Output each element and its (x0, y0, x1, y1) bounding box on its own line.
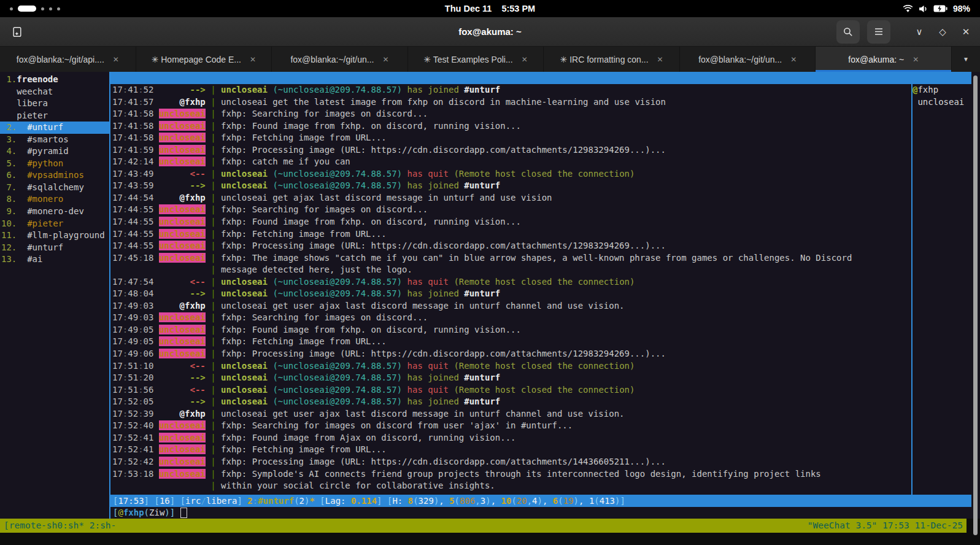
buffer-item[interactable]: weechat (0, 86, 109, 98)
text-token (153, 444, 158, 454)
chat-line: 17:49:03 @fxhp | uncloseai get user ajax… (112, 300, 911, 312)
input-bar[interactable]: [@fxhp(Ziw)] (110, 507, 971, 519)
timestamp: : (138, 121, 143, 131)
nicklist: @fxhp uncloseai (912, 84, 971, 495)
timestamp: 51 (128, 385, 138, 395)
buffer-item[interactable]: 11. #llm-playground (0, 230, 109, 242)
workspace-indicator[interactable] (10, 6, 60, 12)
nick-prefix: uncloseai (159, 145, 206, 155)
buffer-item[interactable]: 13. #ai (0, 253, 109, 266)
tab-close-icon[interactable]: ✕ (912, 55, 919, 64)
nick-prefix: <-- (190, 169, 205, 179)
chat-line: 17:45:18 uncloseai | fxhp: The image sho… (112, 252, 911, 265)
tab-close-icon[interactable]: ✕ (113, 55, 119, 64)
timestamp: 44 (128, 204, 138, 214)
menu-button[interactable] (867, 20, 890, 44)
message: #unturf (464, 288, 500, 298)
new-tab-button[interactable] (6, 20, 29, 44)
timestamp: 17 (112, 301, 123, 311)
nick-prefix: uncloseai (159, 433, 206, 443)
tab[interactable]: fox@akuma: ~✕ (816, 47, 952, 72)
timestamp: 17 (112, 193, 123, 203)
tab[interactable]: ✳ Test Examples Poli...✕ (408, 47, 544, 72)
clock[interactable]: Thu Dec 11 5:53 PM (445, 4, 535, 14)
buffer-item[interactable]: 5. #python (0, 158, 109, 170)
tab-close-icon[interactable]: ✕ (657, 55, 663, 64)
nick-prefix: uncloseai (159, 229, 206, 239)
tab[interactable]: fox@blanka:~/git/un...✕ (680, 47, 816, 72)
text-token (206, 145, 210, 155)
buffer-number: 12. (1, 242, 17, 252)
buffer-item[interactable]: 7. #sqlalchemy (0, 182, 109, 194)
nick-prefix: --> (190, 85, 205, 95)
input-token: ) (164, 508, 169, 517)
text-token (153, 217, 158, 226)
nick-prefix: --> (190, 396, 205, 406)
text-token (206, 180, 210, 190)
timestamp: : (138, 145, 143, 155)
system-tray[interactable]: 98% (903, 4, 970, 14)
minimize-button[interactable]: ∨ (911, 26, 927, 37)
nick-prefix: uncloseai (159, 157, 206, 166)
tab[interactable]: ✳ Homepage Code E...✕ (136, 47, 272, 72)
text-token (216, 85, 221, 95)
terminal-scrollbar[interactable] (973, 75, 978, 535)
buffer-item[interactable]: 10. #pieter (0, 218, 109, 230)
message: uncloseai (221, 373, 268, 382)
text-token (216, 469, 221, 479)
buffer-number: 2. (1, 122, 17, 132)
timestamp: : (138, 253, 143, 263)
status-token: ( (455, 496, 460, 506)
chat-line: 17:44:55 uncloseai | fxhp: Processing im… (112, 240, 911, 252)
message (402, 277, 407, 287)
close-button[interactable]: ✕ (958, 26, 974, 37)
buffer-item[interactable]: 6. #vpsadminos (0, 169, 109, 182)
text-token (153, 253, 158, 263)
buffer-number: 6. (1, 170, 17, 180)
tab-close-icon[interactable]: ✕ (522, 55, 528, 64)
buffer-item[interactable]: 1.freenode (0, 74, 109, 86)
tab-overflow-button[interactable]: ▼ (952, 47, 980, 72)
chat-line: 17:51:10 <-- | uncloseai (~uncloseai@209… (112, 360, 911, 373)
buffer-item[interactable]: pieter (0, 110, 109, 122)
input-token: ] (170, 508, 175, 517)
nick-prefix: <-- (190, 277, 205, 287)
timestamp: 55 (144, 204, 154, 214)
timestamp: 17 (112, 133, 123, 142)
tab-close-icon[interactable]: ✕ (382, 55, 388, 64)
tab-close-icon[interactable]: ✕ (250, 55, 256, 64)
buffer-item[interactable]: 9. #monero-dev (0, 206, 109, 218)
prefix-separator: | (210, 109, 215, 118)
message: (~uncloseai@209.74.88.57) (272, 288, 402, 298)
timestamp: 41 (128, 121, 138, 131)
timestamp: : (138, 312, 143, 322)
timestamp: 17 (112, 253, 123, 263)
buffer-item[interactable]: 12. #unturf (0, 242, 109, 254)
message: (Remote host closed the connection) (453, 385, 635, 395)
tab[interactable]: fox@blanka:~/git/un...✕ (272, 47, 408, 72)
tab[interactable]: ✳ IRC formatting con...✕ (544, 47, 680, 72)
tab-close-icon[interactable]: ✕ (790, 55, 797, 64)
status-token: 8 (408, 496, 413, 506)
buffer-item[interactable]: libera (0, 98, 109, 110)
buffer-item[interactable]: 3. #smartos (0, 134, 109, 146)
tab[interactable]: fox@blanka:~/git/api....✕ (0, 47, 136, 72)
prefix-separator: | (210, 193, 215, 203)
message: fxhp: Processing image (URL: https://cdn… (221, 145, 666, 155)
buffer-item[interactable]: 2. #unturf (0, 122, 109, 134)
text-token (159, 193, 180, 203)
tab-label: ✳ IRC formatting con... (560, 55, 649, 64)
message: has joined (407, 180, 459, 190)
search-button[interactable] (836, 20, 860, 44)
text-token (153, 373, 158, 382)
timestamp: 56 (144, 385, 154, 395)
timestamp: 17 (112, 385, 123, 395)
status-token: ( (294, 496, 299, 506)
text-token (216, 253, 221, 263)
timestamp: 49 (144, 169, 154, 179)
chat-line: 17:52:05 --> | uncloseai (~uncloseai@209… (112, 396, 911, 408)
buffer-item[interactable]: 8. #monero (0, 193, 109, 206)
maximize-button[interactable]: ◇ (935, 26, 951, 37)
buffer-item[interactable]: 4. #pyramid (0, 145, 109, 158)
battery-percent: 98% (953, 4, 970, 14)
